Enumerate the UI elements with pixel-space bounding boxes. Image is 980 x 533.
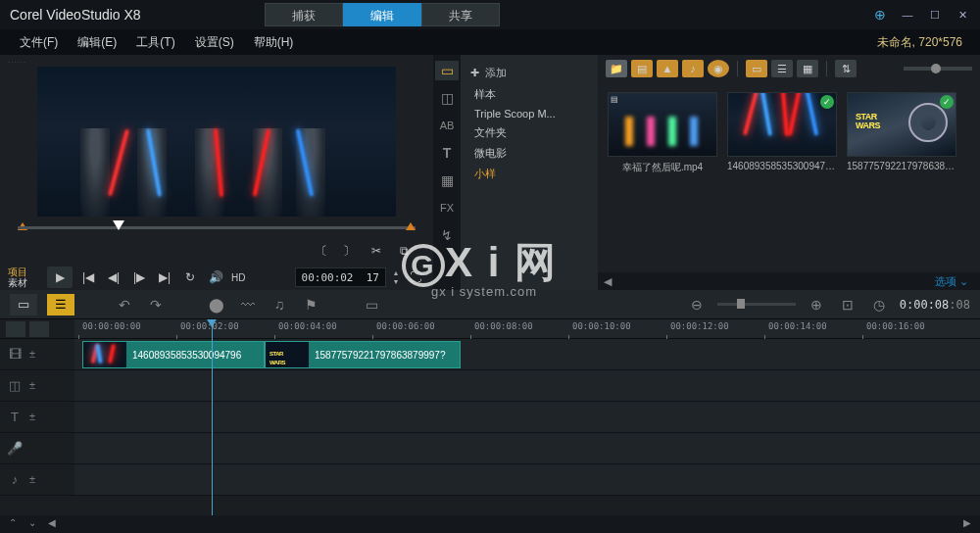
track-toggle-icon[interactable]: ± — [29, 348, 43, 362]
track-opt-1-icon[interactable] — [6, 321, 25, 337]
scroll-left-icon[interactable]: ◀ — [604, 275, 612, 288]
title-track-head[interactable]: T ± — [0, 402, 74, 433]
filter-photo-icon[interactable]: ▲ — [657, 60, 678, 77]
goto-end-icon[interactable]: ▶| — [155, 267, 174, 287]
scroll-up-icon[interactable]: ⌃ — [6, 517, 20, 531]
prev-frame-icon[interactable]: ◀| — [104, 267, 123, 287]
path-tab-icon[interactable]: ↯ — [435, 225, 459, 245]
globe-icon[interactable]: ⊕ — [872, 7, 888, 23]
overlay-track[interactable] — [74, 370, 980, 402]
tracks-area[interactable]: 00:00:00:00 00:00:02:00 00:00:04:00 00:0… — [74, 319, 980, 515]
scroll-down-icon[interactable]: ⌄ — [25, 517, 39, 531]
thumb-size-slider[interactable] — [904, 67, 972, 71]
slider-thumb[interactable] — [931, 64, 941, 73]
maximize-icon[interactable]: ☐ — [927, 7, 943, 23]
play-button[interactable]: ▶ — [47, 266, 73, 288]
filter-video-icon[interactable]: ▤ — [631, 60, 653, 77]
sort-icon[interactable]: ⇅ — [835, 60, 857, 77]
next-frame-icon[interactable]: |▶ — [129, 267, 149, 287]
folder-item[interactable]: 微电影 — [461, 143, 598, 164]
timeline-clip[interactable]: 14608935853530094796 — [82, 341, 265, 368]
title-tab-icon[interactable]: AB — [435, 116, 459, 135]
subtitle-icon[interactable]: ▭ — [361, 295, 382, 315]
zoom-out-icon[interactable]: ⊖ — [686, 295, 708, 315]
view-grid-icon[interactable]: ▦ — [797, 60, 818, 77]
playhead[interactable] — [212, 319, 213, 515]
music-track-head[interactable]: ♪ ± — [0, 464, 74, 496]
menu-tools[interactable]: 工具(T) — [126, 29, 184, 55]
tab-edit[interactable]: 编辑 — [343, 3, 421, 26]
add-folder-button[interactable]: ✚ 添加 — [461, 61, 598, 84]
menu-edit[interactable]: 编辑(E) — [68, 29, 126, 55]
goto-start-icon[interactable]: |◀ — [78, 267, 98, 287]
folder-item[interactable]: 样本 — [461, 84, 598, 105]
folder-item-active[interactable]: 小样 — [461, 164, 598, 184]
view-list-icon[interactable]: ☰ — [771, 60, 793, 77]
mode-project[interactable]: 项目 — [8, 266, 47, 277]
record-icon[interactable]: ⬤ — [206, 295, 227, 315]
timeline-view-icon[interactable]: ☰ — [47, 294, 74, 315]
track-toggle-icon[interactable]: ± — [29, 473, 43, 487]
close-icon[interactable]: ✕ — [955, 7, 970, 23]
expand-icon[interactable]: ⛶ — [406, 267, 425, 287]
music-track[interactable] — [74, 464, 980, 496]
track-toggle-icon[interactable]: ± — [29, 411, 43, 424]
media-thumb[interactable]: STARWARS ✓ 15877579221797863879997... — [847, 92, 956, 171]
redo-icon[interactable]: ↷ — [145, 295, 167, 315]
filter-disc-icon[interactable]: ◉ — [708, 60, 729, 77]
mark-out-icon[interactable]: 〕 — [339, 241, 359, 261]
scroll-left-icon[interactable]: ◀ — [45, 517, 59, 531]
repeat-icon[interactable]: ↻ — [180, 267, 200, 287]
track-opt-2-icon[interactable] — [29, 321, 49, 337]
voice-track[interactable] — [74, 433, 980, 464]
timeline-clip[interactable]: STARWARS 15877579221797863879997? — [265, 341, 461, 368]
video-track[interactable]: 14608935853530094796 STARWARS 1587757922… — [74, 339, 980, 370]
storyboard-view-icon[interactable]: ▭ — [10, 294, 37, 315]
options-button[interactable]: 选项 ⌄ — [935, 274, 974, 289]
scrub-cursor[interactable] — [113, 220, 124, 230]
tab-capture[interactable]: 捕获 — [265, 3, 343, 26]
hd-label[interactable]: HD — [231, 267, 245, 287]
import-icon[interactable]: 📁 — [606, 60, 627, 77]
media-thumb[interactable]: ✓ 14608935853530094796.jpg — [727, 92, 837, 171]
transition-tab-icon[interactable]: ◫ — [435, 88, 459, 108]
text-tab-icon[interactable]: T — [435, 143, 459, 163]
media-tab-icon[interactable]: ▭ — [435, 61, 459, 80]
tab-share[interactable]: 共享 — [421, 3, 500, 26]
title-track[interactable] — [74, 402, 980, 433]
timecode-field[interactable]: 00:00:02 17 — [295, 267, 386, 287]
mixer-icon[interactable]: 〰 — [237, 295, 259, 315]
media-thumb[interactable]: ▤ 幸福了然后呢.mp4 — [608, 92, 717, 174]
menu-help[interactable]: 帮助(H) — [244, 29, 304, 55]
cut-icon[interactable]: ✂ — [367, 241, 386, 261]
voice-track-head[interactable]: 🎤 — [0, 433, 74, 464]
folder-item[interactable]: Triple Scoop M... — [461, 105, 598, 122]
filter-tab-icon[interactable]: FX — [435, 198, 459, 218]
menu-settings[interactable]: 设置(S) — [185, 29, 244, 55]
folder-item[interactable]: 文件夹 — [461, 122, 598, 143]
undo-icon[interactable]: ↶ — [114, 295, 135, 315]
chapter-icon[interactable]: ⚑ — [300, 295, 321, 315]
auto-music-icon[interactable]: ♫ — [269, 295, 290, 315]
mark-in-icon[interactable]: 〔 — [312, 241, 331, 261]
track-toggle-icon[interactable]: ± — [29, 379, 43, 393]
tc-down-icon[interactable]: ▼ — [390, 277, 402, 286]
video-track-head[interactable]: 🎞 ± — [0, 339, 74, 370]
menu-file[interactable]: 文件(F) — [10, 29, 68, 55]
zoom-slider[interactable] — [717, 303, 796, 306]
overlay-track-head[interactable]: ◫ ± — [0, 370, 74, 402]
clock-icon[interactable]: ◷ — [868, 295, 890, 315]
tc-up-icon[interactable]: ▲ — [390, 268, 402, 277]
minimize-icon[interactable]: — — [900, 7, 915, 23]
zoom-in-icon[interactable]: ⊕ — [806, 295, 827, 315]
graphic-tab-icon[interactable]: ▦ — [435, 170, 459, 190]
filter-audio-icon[interactable]: ♪ — [682, 60, 704, 77]
fit-project-icon[interactable]: ⊡ — [837, 295, 858, 315]
preview-scrubber[interactable] — [18, 220, 416, 240]
preview-screen[interactable] — [37, 67, 396, 217]
panel-grip[interactable]: :::::: — [8, 59, 425, 65]
preview-mode-labels[interactable]: 项目 素材 — [8, 266, 47, 288]
view-thumb-icon[interactable]: ▭ — [746, 60, 767, 77]
mode-clip[interactable]: 素材 — [8, 277, 47, 288]
volume-icon[interactable]: 🔊 — [206, 267, 225, 287]
